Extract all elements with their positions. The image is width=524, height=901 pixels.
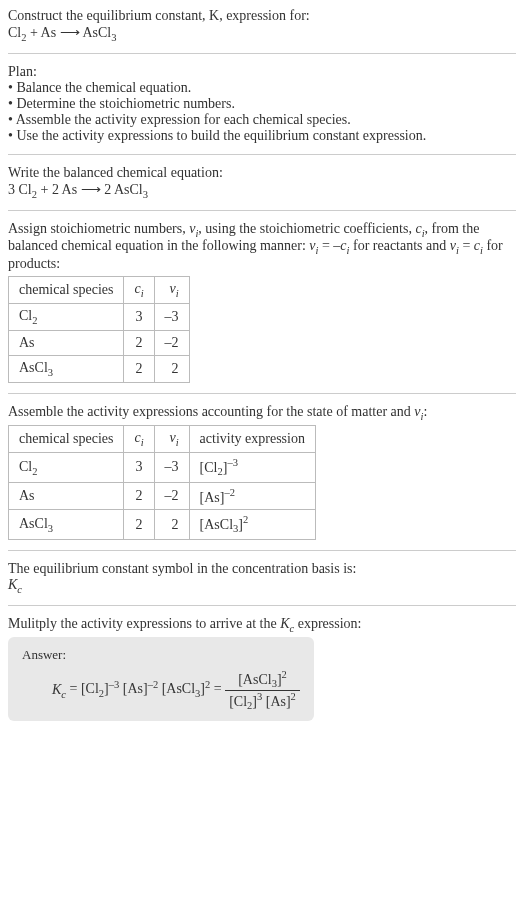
balanced-section: Write the balanced chemical equation: 3 … [8, 165, 516, 200]
divider [8, 393, 516, 394]
cell-vi: –3 [154, 453, 189, 482]
activity-section: Assemble the activity expressions accoun… [8, 404, 516, 540]
header-activity: activity expression [189, 426, 315, 453]
stoich-section: Assign stoichiometric numbers, νi, using… [8, 221, 516, 383]
cell-ci: 2 [124, 355, 154, 382]
cell-vi: –2 [154, 482, 189, 510]
answer-label: Answer: [22, 647, 300, 663]
header-ci: ci [124, 426, 154, 453]
cell-vi: 2 [154, 355, 189, 382]
cell-vi: 2 [154, 510, 189, 539]
cell-activity: [Cl2]–3 [189, 453, 315, 482]
header-section: Construct the equilibrium constant, K, e… [8, 8, 516, 43]
plan-item: • Assemble the activity expression for e… [8, 112, 516, 128]
plan-item: • Use the activity expressions to build … [8, 128, 516, 144]
header-species: chemical species [9, 426, 124, 453]
balanced-intro: Write the balanced chemical equation: [8, 165, 516, 181]
answer-expression: Kc = [Cl2]–3 [As]–2 [AsCl3]2 = [AsCl3]2[… [52, 669, 300, 711]
multiply-section: Mulitply the activity expressions to arr… [8, 616, 516, 722]
cell-ci: 2 [124, 330, 154, 355]
cell-species: AsCl3 [9, 510, 124, 539]
table-row: As 2 –2 [9, 330, 190, 355]
balanced-equation: 3 Cl2 + 2 As ⟶ 2 AsCl3 [8, 181, 516, 200]
activity-table: chemical species ci νi activity expressi… [8, 425, 316, 539]
header-vi: νi [154, 277, 189, 304]
prompt-text: Construct the equilibrium constant, K, e… [8, 8, 516, 24]
cell-ci: 2 [124, 510, 154, 539]
divider [8, 550, 516, 551]
plan-item: • Determine the stoichiometric numbers. [8, 96, 516, 112]
activity-intro: Assemble the activity expressions accoun… [8, 404, 516, 422]
cell-ci: 3 [124, 303, 154, 330]
unbalanced-equation: Cl2 + As ⟶ AsCl3 [8, 24, 516, 43]
table-row: Cl2 3 –3 [9, 303, 190, 330]
table-row: As 2 –2 [As]–2 [9, 482, 316, 510]
plan-section: Plan: • Balance the chemical equation. •… [8, 64, 516, 144]
table-header-row: chemical species ci νi activity expressi… [9, 426, 316, 453]
header-vi: νi [154, 426, 189, 453]
table-row: AsCl3 2 2 [AsCl3]2 [9, 510, 316, 539]
answer-box: Answer: Kc = [Cl2]–3 [As]–2 [AsCl3]2 = [… [8, 637, 314, 721]
cell-species: As [9, 482, 124, 510]
cell-activity: [As]–2 [189, 482, 315, 510]
divider [8, 605, 516, 606]
header-species: chemical species [9, 277, 124, 304]
divider [8, 53, 516, 54]
symbol-intro: The equilibrium constant symbol in the c… [8, 561, 516, 577]
cell-ci: 3 [124, 453, 154, 482]
cell-species: As [9, 330, 124, 355]
table-row: Cl2 3 –3 [Cl2]–3 [9, 453, 316, 482]
symbol-section: The equilibrium constant symbol in the c… [8, 561, 516, 595]
header-ci: ci [124, 277, 154, 304]
plan-title: Plan: [8, 64, 516, 80]
cell-species: Cl2 [9, 303, 124, 330]
table-row: AsCl3 2 2 [9, 355, 190, 382]
cell-activity: [AsCl3]2 [189, 510, 315, 539]
multiply-intro: Mulitply the activity expressions to arr… [8, 616, 516, 634]
plan-item: • Balance the chemical equation. [8, 80, 516, 96]
kc-symbol: Kc [8, 577, 516, 595]
divider [8, 210, 516, 211]
divider [8, 154, 516, 155]
cell-vi: –2 [154, 330, 189, 355]
cell-ci: 2 [124, 482, 154, 510]
cell-species: AsCl3 [9, 355, 124, 382]
stoich-table: chemical species ci νi Cl2 3 –3 As 2 –2 … [8, 276, 190, 382]
cell-species: Cl2 [9, 453, 124, 482]
table-header-row: chemical species ci νi [9, 277, 190, 304]
stoich-intro: Assign stoichiometric numbers, νi, using… [8, 221, 516, 273]
cell-vi: –3 [154, 303, 189, 330]
